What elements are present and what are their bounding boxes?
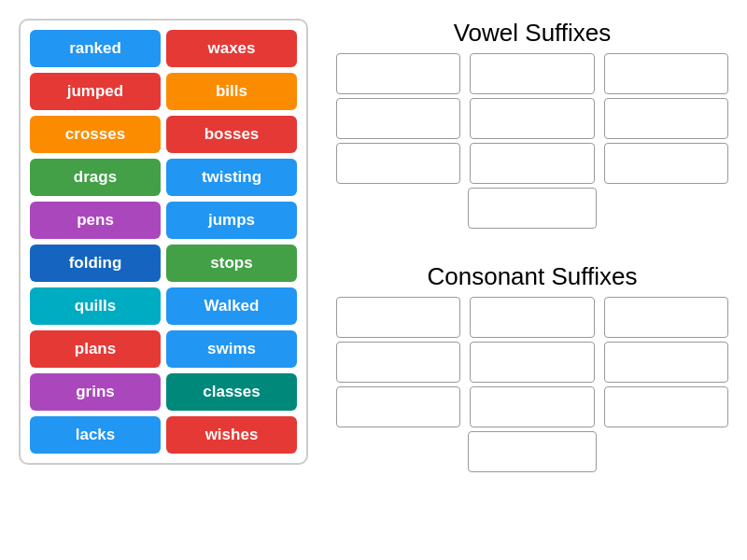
vowel-suffixes-title: Vowel Suffixes — [336, 19, 728, 48]
consonant-drop-1[interactable] — [336, 297, 460, 338]
word-btn-grins[interactable]: grins — [30, 373, 161, 411]
word-btn-jumped[interactable]: jumped — [30, 73, 161, 110]
vowel-drop-3[interactable] — [604, 53, 728, 94]
word-btn-wishes[interactable]: wishes — [166, 416, 297, 454]
vowel-drop-2[interactable] — [470, 53, 594, 94]
consonant-drop-3[interactable] — [604, 297, 728, 338]
vowel-suffixes-section: Vowel Suffixes — [336, 19, 728, 229]
consonant-drop-2[interactable] — [470, 297, 594, 338]
consonant-drop-4[interactable] — [336, 342, 460, 383]
vowel-drop-8[interactable] — [470, 143, 594, 184]
consonant-suffixes-title: Consonant Suffixes — [336, 262, 728, 291]
consonant-drop-8[interactable] — [470, 386, 594, 427]
word-btn-lacks[interactable]: lacks — [30, 416, 161, 454]
word-btn-swims[interactable]: swims — [166, 330, 297, 368]
word-btn-bosses[interactable]: bosses — [166, 116, 297, 153]
word-btn-crosses[interactable]: crosses — [30, 116, 161, 153]
word-btn-walked[interactable]: Walked — [166, 287, 297, 325]
word-btn-folding[interactable]: folding — [30, 245, 161, 282]
word-btn-twisting[interactable]: twisting — [166, 159, 297, 196]
consonant-row-4 — [468, 431, 598, 472]
vowel-row-4 — [468, 188, 598, 229]
word-btn-jumps[interactable]: jumps — [166, 202, 297, 239]
word-btn-pens[interactable]: pens — [30, 202, 161, 239]
vowel-row-2 — [336, 98, 728, 139]
section-separator — [336, 238, 728, 253]
consonant-suffixes-section: Consonant Suffixes — [336, 262, 728, 472]
word-btn-stops[interactable]: stops — [166, 245, 297, 282]
vowel-drop-5[interactable] — [470, 98, 594, 139]
vowel-drop-6[interactable] — [604, 98, 728, 139]
consonant-drop-6[interactable] — [604, 342, 728, 383]
consonant-row-3 — [336, 386, 728, 427]
word-btn-quills[interactable]: quills — [30, 287, 161, 325]
vowel-drop-1[interactable] — [336, 53, 460, 94]
vowel-row-3 — [336, 143, 728, 184]
vowel-drop-4[interactable] — [336, 98, 460, 139]
word-btn-drags[interactable]: drags — [30, 159, 161, 196]
consonant-row-2 — [336, 342, 728, 383]
consonant-drop-9[interactable] — [604, 386, 728, 427]
right-panel: Vowel Suffixes Consonant Suffixes — [336, 19, 728, 472]
vowel-drop-10[interactable] — [468, 188, 598, 229]
consonant-drop-7[interactable] — [336, 386, 460, 427]
consonant-drop-10[interactable] — [468, 431, 598, 472]
word-bank: rankedwaxesjumpedbillscrossesbossesdrags… — [19, 19, 308, 465]
word-btn-waxes[interactable]: waxes — [166, 30, 297, 67]
word-btn-bills[interactable]: bills — [166, 73, 297, 110]
word-btn-plans[interactable]: plans — [30, 330, 161, 368]
vowel-row-1 — [336, 53, 728, 94]
word-btn-classes[interactable]: classes — [166, 373, 297, 411]
vowel-drop-9[interactable] — [604, 143, 728, 184]
word-btn-ranked[interactable]: ranked — [30, 30, 161, 67]
vowel-drop-7[interactable] — [336, 143, 460, 184]
consonant-drop-5[interactable] — [470, 342, 594, 383]
consonant-row-1 — [336, 297, 728, 338]
